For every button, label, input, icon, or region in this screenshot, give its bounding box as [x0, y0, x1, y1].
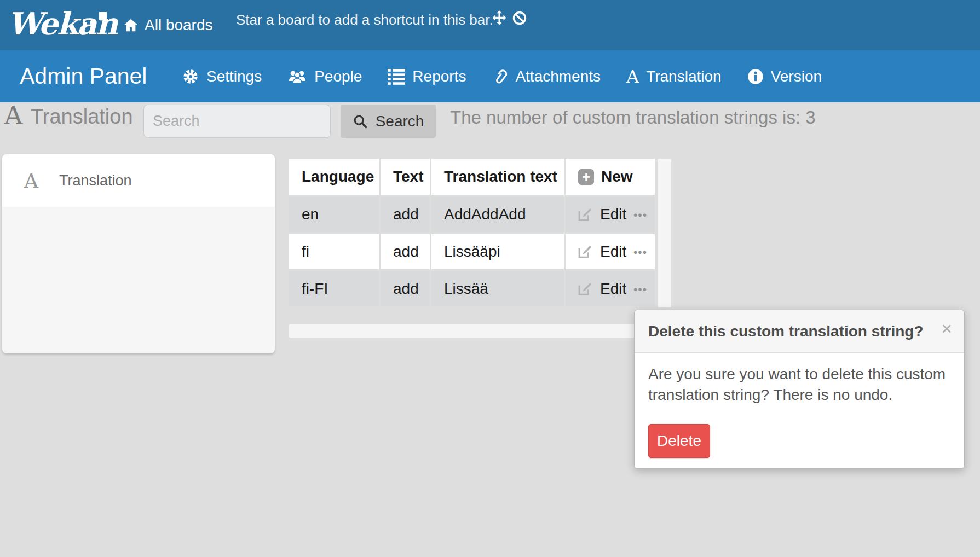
sidebar-panel: A Translation: [2, 154, 275, 353]
translations-table: Language Text Translation text + New en …: [289, 159, 655, 306]
translation-count-text: The number of custom translation strings…: [450, 107, 816, 128]
cell-language: fi-FI: [289, 271, 379, 306]
letter-a-icon: A: [626, 68, 639, 85]
nav-label: Version: [771, 68, 822, 85]
cell-text: add: [381, 234, 430, 269]
nav-label: People: [314, 68, 362, 85]
cell-text: add: [381, 271, 430, 306]
ban-icon: [512, 10, 527, 26]
letter-a-icon: A: [24, 170, 44, 192]
search-button-label: Search: [376, 113, 424, 130]
cell-text: add: [381, 197, 430, 232]
table-vertical-scrollbar[interactable]: [658, 159, 671, 307]
nav-version[interactable]: Version: [747, 68, 822, 85]
edit-button[interactable]: Edit: [577, 243, 626, 260]
nav-label: Settings: [206, 68, 262, 85]
cell-language: fi: [289, 234, 379, 269]
nav-label: Attachments: [515, 68, 601, 85]
more-options-icon[interactable]: •••: [633, 283, 647, 295]
column-header-text: Text: [381, 159, 430, 195]
delete-button[interactable]: Delete: [648, 424, 710, 458]
search-icon: [353, 114, 368, 129]
top-bar: Wekan All boards Star a board to add a s…: [0, 0, 980, 50]
nav-label: Translation: [646, 68, 721, 85]
sidebar-item-label: Translation: [59, 172, 132, 189]
edit-button[interactable]: Edit: [577, 206, 626, 223]
all-boards-label: All boards: [145, 16, 213, 34]
home-icon: [123, 17, 139, 33]
edit-label: Edit: [600, 280, 626, 298]
row-actions: Edit •••: [566, 234, 655, 269]
column-header-translation-text: Translation text: [431, 159, 564, 195]
search-button[interactable]: Search: [341, 105, 436, 138]
row-actions: Edit •••: [566, 197, 655, 232]
nav-label: Reports: [412, 68, 466, 85]
nav-settings[interactable]: Settings: [182, 68, 262, 85]
new-label: New: [601, 168, 633, 185]
logo-pixel-icon: [90, 21, 96, 26]
nav-translation[interactable]: A Translation: [626, 68, 722, 85]
new-translation-button[interactable]: + New: [566, 159, 655, 195]
all-boards-link[interactable]: All boards: [123, 0, 213, 50]
edit-button[interactable]: Edit: [577, 280, 626, 298]
edit-label: Edit: [600, 243, 626, 260]
search-input[interactable]: [143, 105, 331, 138]
edit-pencil-icon: [577, 243, 593, 260]
wekan-admin-screen: Wekan All boards Star a board to add a s…: [0, 0, 980, 557]
logo-pixel-icon: [83, 22, 87, 27]
logo-pixel-icon: [99, 12, 107, 20]
admin-nav-bar: Admin Panel Settings: [0, 50, 980, 102]
dialog-body-text: Are you sure you want to delete this cus…: [648, 364, 950, 405]
edit-label: Edit: [600, 206, 626, 223]
wekan-logo[interactable]: Wekan: [8, 5, 117, 42]
list-icon: [388, 68, 405, 85]
close-icon[interactable]: ×: [941, 319, 952, 338]
plus-icon: +: [578, 169, 594, 185]
more-options-icon[interactable]: •••: [633, 246, 647, 258]
nav-people[interactable]: People: [287, 68, 362, 85]
edit-pencil-icon: [577, 281, 593, 297]
paperclip-icon: [492, 68, 508, 85]
move-icon: [491, 10, 508, 26]
info-icon: [747, 68, 764, 85]
table-horizontal-scrollbar[interactable]: [289, 324, 655, 338]
nav-attachments[interactable]: Attachments: [492, 68, 601, 85]
cell-translation: AddAddAdd: [431, 197, 564, 232]
delete-confirmation-dialog: Delete this custom translation string? ×…: [634, 310, 965, 469]
people-icon: [287, 68, 307, 85]
sidebar-item-translation[interactable]: A Translation: [2, 154, 275, 207]
gear-icon: [182, 68, 199, 85]
admin-panel-title: Admin Panel: [20, 50, 147, 102]
row-actions: Edit •••: [566, 271, 655, 306]
letter-a-icon: A: [4, 101, 28, 130]
page-title: Translation: [31, 105, 133, 129]
column-header-language: Language: [289, 159, 379, 195]
cell-translation: Lissää: [431, 271, 564, 306]
dialog-header: Delete this custom translation string?: [635, 310, 964, 353]
dialog-title: Delete this custom translation string?: [648, 323, 924, 340]
more-options-icon[interactable]: •••: [633, 209, 647, 221]
star-board-hint: Star a board to add a shortcut in this b…: [236, 0, 493, 39]
cell-translation: Lissääpi: [431, 234, 564, 269]
cell-language: en: [289, 197, 379, 232]
nav-reports[interactable]: Reports: [388, 68, 466, 85]
edit-pencil-icon: [577, 206, 593, 223]
